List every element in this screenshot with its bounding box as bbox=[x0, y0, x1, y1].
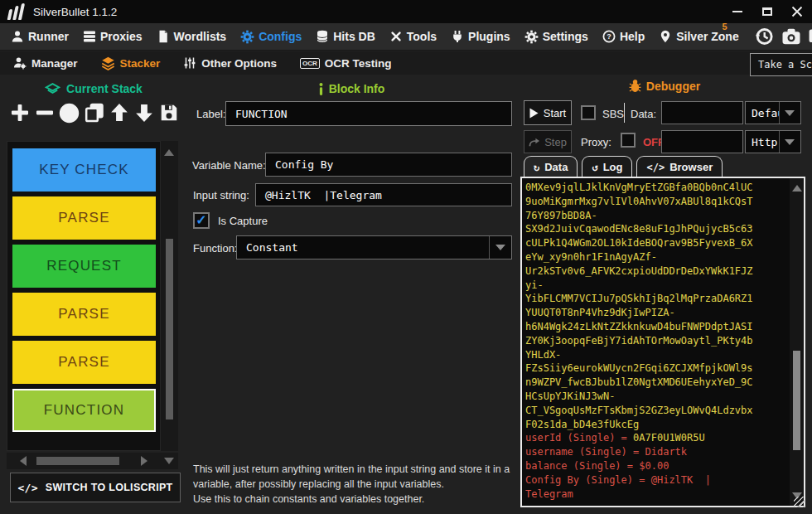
bot-dropdown-value: Default bbox=[746, 107, 779, 119]
proxies-icon bbox=[83, 30, 96, 43]
menu-item-tools[interactable]: Tools bbox=[389, 30, 437, 43]
tab-data[interactable]: ↻ Data bbox=[524, 156, 578, 177]
save-icon bbox=[159, 103, 179, 123]
current-stack-header: Current Stack bbox=[7, 82, 181, 95]
menu-item-help[interactable]: ? Help bbox=[602, 30, 645, 43]
debug-output-panel: 0MXev9jqlLJklKnVgMryEtZGBfa0BQb0nC4lUC9u… bbox=[520, 177, 805, 507]
label-input[interactable]: FUNCTION bbox=[225, 101, 512, 126]
maximize-button[interactable] bbox=[752, 0, 782, 23]
menu-item-settings[interactable]: Settings bbox=[524, 30, 588, 44]
menu-item-plugins[interactable]: Plugins bbox=[451, 30, 510, 43]
plus-icon bbox=[10, 103, 30, 123]
tab-manager[interactable]: Manager bbox=[13, 56, 78, 70]
chevron-down-icon bbox=[785, 110, 795, 116]
scroll-down-icon bbox=[164, 458, 174, 464]
stack-block[interactable]: PARSE bbox=[12, 341, 156, 384]
stacker-layers-icon bbox=[101, 56, 115, 70]
tab-stacker[interactable]: Stacker bbox=[101, 56, 161, 70]
save-stack-button[interactable] bbox=[158, 101, 181, 124]
stack-vertical-scrollbar[interactable] bbox=[161, 141, 178, 451]
close-button[interactable] bbox=[782, 0, 812, 23]
take-screenshot-button[interactable]: Take a Sc bbox=[750, 53, 812, 76]
minimize-button[interactable] bbox=[723, 0, 752, 23]
remove-block-button[interactable] bbox=[33, 101, 56, 124]
menu-item-proxies[interactable]: Proxies bbox=[83, 30, 143, 43]
sbs-checkbox[interactable] bbox=[581, 105, 596, 120]
screenshot-camera-button[interactable] bbox=[781, 27, 802, 46]
stack-block[interactable]: PARSE bbox=[12, 293, 156, 336]
dropdown-arrow[interactable] bbox=[779, 131, 800, 153]
history-icon: ↺ bbox=[592, 162, 597, 173]
minimize-icon bbox=[732, 11, 742, 12]
tab-ocr-testing[interactable]: OCR OCR Testing bbox=[300, 57, 392, 70]
stack-block[interactable]: PARSE bbox=[12, 196, 156, 240]
move-up-button[interactable] bbox=[109, 101, 131, 124]
step-arrow-icon bbox=[529, 138, 539, 147]
dropdown-arrow[interactable] bbox=[779, 102, 800, 124]
copy-icon bbox=[85, 103, 104, 123]
tab-other-options[interactable]: Other Options bbox=[183, 56, 277, 70]
horizontal-scroll-thumb[interactable] bbox=[36, 457, 119, 465]
variable-name-caption: Variable Name: bbox=[192, 159, 266, 172]
history-clock-icon bbox=[754, 27, 774, 46]
stack-block[interactable]: KEY CHECK bbox=[12, 148, 156, 192]
stack-block-label: PARSE bbox=[58, 354, 109, 371]
history-button[interactable] bbox=[753, 27, 775, 46]
stack-block-label: KEY CHECK bbox=[39, 162, 129, 178]
scroll-right-icon[interactable] bbox=[141, 456, 147, 466]
duplicate-block-button[interactable] bbox=[83, 101, 105, 124]
switch-to-loliscript-button[interactable]: </> SWITCH TO LOLISCRIPT bbox=[10, 473, 181, 502]
scroll-left-icon[interactable] bbox=[20, 456, 27, 466]
discord-button[interactable] bbox=[808, 27, 812, 46]
debug-data-input[interactable] bbox=[661, 101, 743, 124]
check-icon: ✓ bbox=[196, 214, 206, 227]
proxy-input[interactable] bbox=[661, 130, 743, 153]
menu-item-configs[interactable]: Configs bbox=[240, 30, 302, 44]
tab-browser[interactable]: </> Browser bbox=[636, 156, 723, 177]
proxy-type-dropdown[interactable]: Http bbox=[745, 130, 801, 153]
proxy-caption: Proxy: bbox=[581, 136, 611, 148]
stack-block[interactable]: FUNCTION bbox=[12, 389, 156, 432]
resize-grip[interactable] bbox=[794, 497, 805, 507]
dropdown-arrow[interactable] bbox=[489, 236, 511, 259]
output-scrollbar[interactable] bbox=[790, 178, 804, 506]
stack-block-label: PARSE bbox=[58, 306, 109, 322]
is-capture-checkbox[interactable]: ✓ bbox=[193, 212, 210, 229]
help-icon: ? bbox=[602, 30, 616, 43]
bot-dropdown[interactable]: Default bbox=[745, 101, 801, 124]
configs-gear-icon bbox=[240, 30, 254, 44]
debug-output-text[interactable]: 0MXev9jqlLJklKnVgMryEtZGBfa0BQb0nC4lUC9u… bbox=[525, 181, 787, 504]
menu-item-hits-db[interactable]: Hits DB bbox=[316, 30, 375, 43]
vertical-scroll-thumb[interactable] bbox=[166, 239, 173, 419]
bug-icon bbox=[629, 80, 641, 93]
menu-item-wordlists[interactable]: Wordlists bbox=[157, 30, 227, 43]
code-icon: </> bbox=[646, 162, 665, 173]
variable-name-input[interactable]: Config By bbox=[265, 153, 512, 177]
proxy-checkbox[interactable] bbox=[621, 133, 636, 148]
block-info-header: Block Info bbox=[189, 82, 514, 95]
function-caption: Function: bbox=[193, 242, 237, 255]
clear-stack-button[interactable] bbox=[58, 101, 80, 124]
scroll-up-icon[interactable] bbox=[164, 149, 174, 156]
tab-log[interactable]: ↺ Log bbox=[582, 156, 632, 177]
output-scroll-thumb[interactable] bbox=[793, 351, 800, 450]
input-string-input[interactable]: @HizlTK |Telegram bbox=[255, 183, 512, 206]
move-down-button[interactable] bbox=[133, 101, 156, 124]
scroll-up-icon[interactable] bbox=[792, 185, 802, 192]
circle-x-icon bbox=[59, 103, 80, 124]
app-window: SilverBullet 1.1.2 Runner Proxies Wordli… bbox=[0, 0, 812, 514]
add-block-button[interactable] bbox=[8, 101, 31, 124]
plug-icon bbox=[451, 30, 464, 43]
stack-toolbar bbox=[8, 101, 181, 124]
chevron-down-icon bbox=[495, 245, 505, 250]
step-button[interactable]: Step bbox=[524, 130, 572, 153]
code-icon: </> bbox=[17, 482, 37, 494]
start-button[interactable]: Start bbox=[524, 100, 572, 125]
stack-horizontal-scrollbar[interactable] bbox=[7, 453, 161, 469]
stack-block[interactable]: REQUEST bbox=[12, 245, 156, 288]
menu-item-runner[interactable]: Runner bbox=[11, 30, 69, 43]
stack-scroll-down[interactable] bbox=[161, 453, 178, 469]
function-dropdown[interactable]: Constant bbox=[236, 235, 512, 259]
sliders-icon bbox=[183, 56, 196, 70]
menu-item-silver-zone[interactable]: 5 Silver Zone bbox=[659, 30, 738, 43]
